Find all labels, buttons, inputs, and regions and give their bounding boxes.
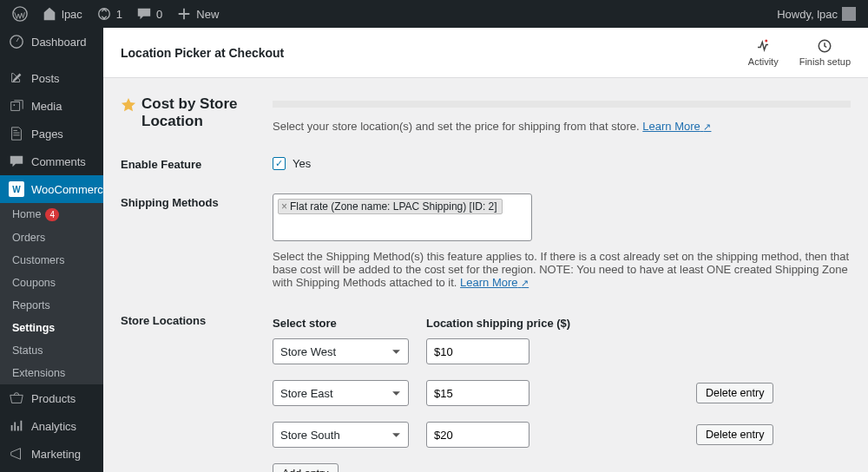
submenu-orders[interactable]: Orders [0, 226, 103, 249]
section-description: Select your store location(s) and set th… [273, 120, 851, 133]
learn-more-link-2[interactable]: Learn More ↗ [460, 276, 529, 289]
store-select[interactable]: Store West [273, 338, 409, 364]
submenu-customers[interactable]: Customers [0, 249, 103, 272]
learn-more-link[interactable]: Learn More ↗ [642, 120, 711, 133]
add-entry-button[interactable]: Add entry [273, 463, 339, 472]
location-row: Store West [273, 338, 851, 364]
store-select[interactable]: Store South [273, 422, 409, 448]
col-shipping-price: Location shipping price ($) [426, 317, 570, 330]
delete-entry-button[interactable]: Delete entry [696, 424, 773, 445]
menu-dashboard[interactable]: Dashboard [0, 28, 103, 56]
external-icon: ↗ [521, 278, 529, 288]
page-title: Location Picker at Checkout [121, 46, 284, 60]
menu-analytics[interactable]: Analytics [0, 412, 103, 440]
new-content[interactable]: New [169, 0, 226, 28]
shipping-help-text: Select the Shipping Method(s) this featu… [273, 250, 851, 289]
plugin-topbar: Location Picker at Checkout Activity Fin… [103, 28, 868, 78]
shipping-methods-label: Shipping Methods [121, 193, 273, 289]
price-input[interactable] [426, 422, 529, 448]
woo-icon: W [9, 181, 24, 197]
store-locations-label: Store Locations [121, 311, 273, 472]
menu-comments[interactable]: Comments [0, 148, 103, 175]
menu-marketing[interactable]: Marketing [0, 440, 103, 468]
delete-entry-button[interactable]: Delete entry [696, 383, 773, 403]
svg-point-2 [13, 104, 15, 106]
store-select[interactable]: Store East [273, 380, 409, 406]
section-heading: Cost by Store Location [121, 95, 273, 133]
enable-yes-text: Yes [293, 157, 311, 170]
submenu-extensions[interactable]: Extensions [0, 362, 103, 384]
comments-count[interactable]: 0 [129, 0, 169, 28]
enable-feature-checkbox[interactable]: ✓ [273, 157, 286, 170]
section-bar [273, 101, 851, 108]
remove-tag-icon[interactable]: × [281, 200, 287, 213]
col-select-store: Select store [273, 317, 426, 330]
price-input[interactable] [426, 380, 529, 406]
submenu-settings[interactable]: Settings [0, 317, 103, 339]
submenu-home[interactable]: Home4 [0, 203, 103, 226]
chevron-down-icon [391, 430, 401, 440]
wp-logo[interactable] [5, 0, 35, 28]
location-row: Store SouthDelete entry [273, 422, 851, 448]
my-account[interactable]: Howdy, lpac [770, 0, 863, 28]
activity-button[interactable]: Activity [748, 38, 779, 67]
enable-feature-label: Enable Feature [121, 155, 273, 171]
shipping-methods-select[interactable]: ×Flat rate (Zone name: LPAC Shipping) [I… [273, 193, 532, 241]
star-icon [121, 97, 136, 113]
updates[interactable]: 1 [89, 0, 129, 28]
svg-point-4 [766, 40, 768, 43]
menu-pages[interactable]: Pages [0, 120, 103, 148]
submenu-coupons[interactable]: Coupons [0, 272, 103, 294]
shipping-method-tag[interactable]: ×Flat rate (Zone name: LPAC Shipping) [I… [278, 199, 503, 214]
submenu-reports[interactable]: Reports [0, 294, 103, 317]
chevron-down-icon [391, 347, 401, 357]
price-input[interactable] [426, 338, 529, 364]
external-icon: ↗ [703, 121, 711, 132]
chevron-down-icon [391, 389, 401, 398]
menu-posts[interactable]: Posts [0, 64, 103, 92]
menu-woocommerce[interactable]: WWooCommerce [0, 175, 103, 203]
menu-products[interactable]: Products [0, 384, 103, 412]
finish-setup-button[interactable]: Finish setup [799, 38, 851, 67]
home-badge: 4 [45, 208, 59, 221]
avatar-icon [842, 7, 856, 21]
submenu-status[interactable]: Status [0, 339, 103, 362]
menu-media[interactable]: Media [0, 92, 103, 120]
site-name[interactable]: lpac [35, 0, 89, 28]
location-row: Store EastDelete entry [273, 380, 851, 406]
